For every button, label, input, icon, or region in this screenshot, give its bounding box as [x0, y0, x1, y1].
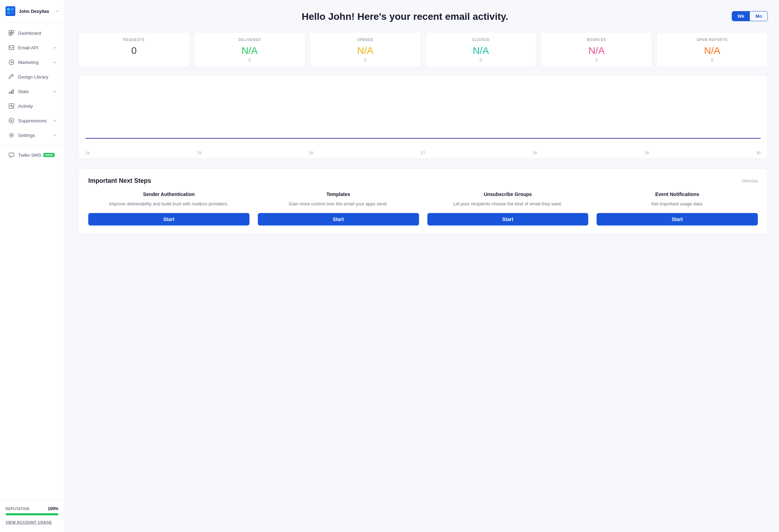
page-title: Hello John! Here's your recent email act… — [78, 11, 732, 22]
sidebar-item-marketing[interactable]: Marketing ▾ — [3, 55, 61, 69]
stat-card-requests: REQUESTS 0 — [78, 32, 190, 67]
stats-icon — [8, 88, 15, 95]
settings-icon — [8, 132, 15, 138]
stat-sub: 0 — [661, 58, 763, 63]
reputation-value: 100% — [48, 506, 58, 511]
chart-x-label: 25 — [197, 151, 202, 155]
step-title: Event Notifications — [655, 191, 699, 197]
main-content: Hello John! Here's your recent email act… — [64, 0, 779, 532]
stat-label: OPENED — [314, 38, 417, 42]
step-description: Let your recipients choose the kind of e… — [453, 200, 562, 207]
reputation-progress-bg — [6, 513, 58, 515]
dashboard-icon — [8, 30, 15, 36]
reputation-progress-fill — [6, 513, 58, 515]
stats-row: REQUESTS 0 DELIVERED N/A 0 OPENED N/A 0 … — [78, 32, 768, 67]
sidebar-item-stats[interactable]: Stats ▾ — [3, 84, 61, 98]
next-steps-title: Important Next Steps — [88, 177, 151, 185]
stat-sub: 0 — [314, 58, 417, 63]
svg-rect-3 — [7, 11, 10, 15]
step-title: Sender Authentication — [143, 191, 195, 197]
svg-point-12 — [11, 134, 13, 136]
dismiss-link[interactable]: Dismiss — [742, 178, 758, 183]
stat-card-spam-reports: SPAM REPORTS N/A 0 — [656, 32, 768, 67]
sidebar-item-twilio-sms[interactable]: Twilio SMS NEW — [3, 148, 61, 162]
stat-value: N/A — [430, 45, 532, 56]
start-button-unsubscribe-groups[interactable]: Start — [427, 213, 589, 226]
sidebar-item-dashboard[interactable]: Dashboard — [3, 26, 61, 40]
step-card-event-notifications: Event Notifications Get important usage … — [597, 191, 758, 226]
step-card-unsubscribe-groups: Unsubscribe Groups Let your recipients c… — [427, 191, 589, 226]
suppressions-icon — [8, 117, 15, 124]
start-button-event-notifications[interactable]: Start — [597, 213, 758, 226]
steps-grid: Sender Authentication Improve deliverabi… — [88, 191, 758, 226]
step-description: Gain more control over the email your ap… — [289, 200, 388, 207]
chevron-down-icon: ▾ — [54, 46, 56, 50]
svg-rect-5 — [9, 46, 14, 50]
period-mo-button[interactable]: Mo — [750, 11, 768, 21]
user-menu[interactable]: John Desyllas ▾ — [0, 0, 64, 23]
sidebar: John Desyllas ▾ Dashboard Email API ▾ Ma… — [0, 0, 64, 532]
stat-label: SPAM REPORTS — [661, 38, 763, 42]
sidebar-item-design-library[interactable]: Design Library — [3, 70, 61, 84]
reputation-label: REPUTATION — [6, 507, 30, 511]
next-steps-section: Important Next Steps Dismiss Sender Auth… — [78, 169, 768, 234]
chart-x-labels: 24 25 26 27 28 29 30 — [85, 149, 761, 155]
step-card-sender-auth: Sender Authentication Improve deliverabi… — [88, 191, 249, 226]
user-menu-chevron: ▾ — [57, 9, 58, 13]
sms-icon — [8, 152, 15, 158]
chevron-down-icon: ▾ — [54, 119, 56, 123]
chevron-down-icon: ▾ — [54, 90, 56, 93]
sidebar-item-label: Dashboard — [18, 31, 41, 36]
chart-x-label: 27 — [421, 151, 425, 155]
chart-x-label: 30 — [756, 151, 761, 155]
sidebar-item-label: Suppressions — [18, 118, 47, 123]
chart-svg — [85, 83, 761, 145]
sidebar-item-label: Twilio SMS — [18, 153, 41, 158]
stat-label: DELIVERED — [198, 38, 301, 42]
stat-label: BOUNCES — [545, 38, 648, 42]
svg-rect-13 — [9, 153, 14, 156]
svg-rect-9 — [13, 89, 14, 94]
svg-rect-2 — [11, 8, 14, 11]
sidebar-item-activity[interactable]: Activity — [3, 99, 61, 113]
reputation-divider — [0, 500, 64, 500]
stat-sub: 0 — [430, 58, 532, 63]
svg-rect-8 — [11, 91, 12, 94]
next-steps-header: Important Next Steps Dismiss — [88, 177, 758, 185]
view-usage-link[interactable]: VIEW ACCOUNT USAGE — [6, 520, 52, 524]
step-title: Templates — [327, 191, 350, 197]
new-badge: NEW — [43, 153, 55, 157]
sidebar-item-settings[interactable]: Settings ▾ — [3, 128, 61, 142]
username-label: John Desyllas — [19, 9, 57, 14]
stat-value: N/A — [545, 45, 648, 56]
sidebar-nav: Dashboard Email API ▾ Marketing ▾ Design… — [0, 23, 64, 497]
period-switcher: Wk Mo — [732, 11, 768, 21]
step-description: Improve deliverability and build trust w… — [109, 200, 228, 207]
sidebar-item-label: Settings — [18, 133, 35, 138]
svg-rect-0 — [6, 6, 15, 16]
chart-x-label: 26 — [309, 151, 313, 155]
sidebar-item-label: Marketing — [18, 60, 39, 65]
stat-card-clicked: CLICKED N/A 0 — [425, 32, 537, 67]
stat-sub: 0 — [545, 58, 648, 63]
svg-rect-1 — [7, 8, 10, 11]
sidebar-item-suppressions[interactable]: Suppressions ▾ — [3, 114, 61, 128]
chart-x-label: 28 — [533, 151, 537, 155]
sidebar-item-label: Design Library — [18, 74, 48, 80]
marketing-icon — [8, 59, 15, 65]
stat-label: CLICKED — [430, 38, 532, 42]
step-title: Unsubscribe Groups — [484, 191, 532, 197]
page-header: Hello John! Here's your recent email act… — [78, 11, 768, 22]
step-card-templates: Templates Gain more control over the ema… — [258, 191, 419, 226]
stat-card-opened: OPENED N/A 0 — [310, 32, 421, 67]
chevron-down-icon: ▾ — [54, 133, 56, 137]
email-icon — [8, 44, 15, 51]
step-description: Get important usage data. — [651, 200, 703, 207]
start-button-templates[interactable]: Start — [258, 213, 419, 226]
sidebar-item-email-api[interactable]: Email API ▾ — [3, 41, 61, 55]
activity-icon — [8, 103, 15, 109]
start-button-sender-auth[interactable]: Start — [88, 213, 249, 226]
period-wk-button[interactable]: Wk — [732, 11, 750, 21]
chart-x-label: 24 — [85, 151, 90, 155]
stat-sub: 0 — [198, 58, 301, 63]
